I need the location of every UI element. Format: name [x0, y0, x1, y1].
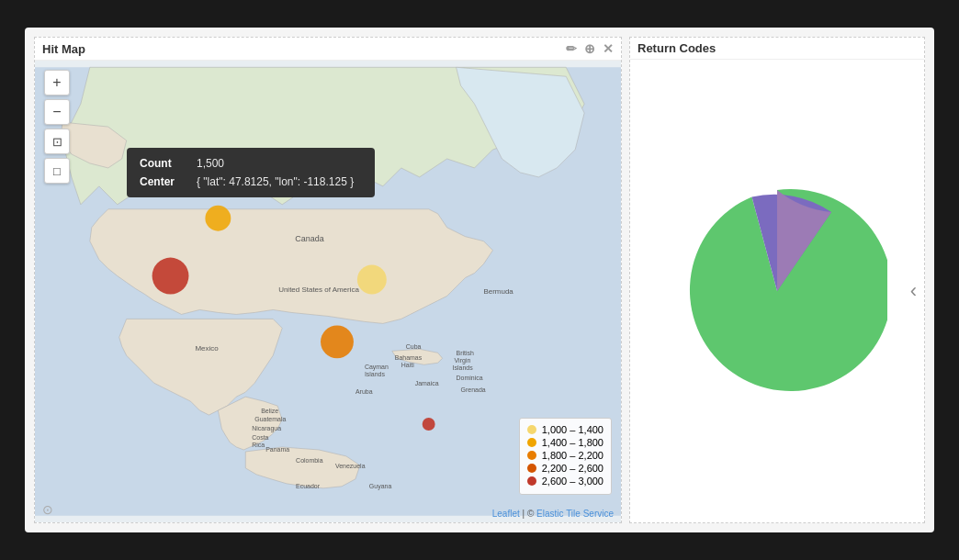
map-tooltip: Count 1,500 Center { "lat": 47.8125, "lo… — [127, 148, 375, 197]
svg-text:Rica: Rica — [252, 442, 265, 448]
legend-item: 1,000 – 1,400 — [527, 424, 604, 435]
svg-text:Canada: Canada — [295, 234, 323, 243]
svg-text:United States of America: United States of America — [278, 286, 359, 294]
map-controls: + − ⊡ □ — [44, 70, 70, 184]
add-icon[interactable]: ⊕ — [584, 41, 595, 56]
tooltip-count-label: Count — [140, 157, 186, 170]
svg-text:Colombia: Colombia — [296, 457, 323, 464]
svg-text:Islands: Islands — [453, 364, 474, 371]
tooltip-center-label: Center — [140, 175, 186, 188]
legend-item: 1,400 – 1,800 — [527, 437, 604, 448]
legend-color — [527, 476, 536, 486]
svg-text:Ecuador: Ecuador — [296, 483, 321, 489]
legend-label: 2,600 – 3,000 — [542, 476, 604, 487]
tooltip-center-value: { "lat": 47.8125, "lon": -118.125 } — [197, 175, 354, 188]
svg-text:Dominica: Dominica — [457, 375, 483, 381]
dashboard-container: Hit Map ✏ ⊕ ✕ — [25, 28, 934, 532]
svg-point-30 — [321, 325, 354, 358]
svg-text:Jamaica: Jamaica — [415, 380, 439, 386]
hit-map-panel: Hit Map ✏ ⊕ ✕ — [34, 37, 622, 523]
map-attribution: Leaflet | © Elastic Tile Service — [492, 509, 614, 519]
svg-text:Grenada: Grenada — [461, 386, 486, 393]
svg-text:Aruba: Aruba — [355, 388, 373, 395]
legend-item: 1,800 – 2,200 — [527, 450, 604, 461]
hit-map-title: Hit Map — [42, 42, 85, 56]
pie-container: ‹ — [630, 60, 924, 522]
map-container[interactable]: Bermuda Canada United States of America … — [35, 61, 621, 522]
svg-text:Bermuda: Bermuda — [483, 287, 513, 296]
svg-text:Nicaragua: Nicaragua — [252, 425, 281, 432]
location-icon: ⊙ — [42, 502, 53, 517]
return-codes-panel: Return Codes ‹ — [629, 37, 925, 523]
svg-point-28 — [152, 258, 189, 295]
svg-text:Belize: Belize — [261, 408, 278, 414]
svg-point-29 — [357, 265, 387, 295]
svg-text:Costa: Costa — [252, 434, 268, 441]
svg-text:Virgin: Virgin — [455, 357, 471, 364]
legend-item: 2,600 – 3,000 — [527, 476, 604, 487]
svg-text:Mexico: Mexico — [195, 344, 219, 353]
close-icon[interactable]: ✕ — [603, 41, 614, 56]
tooltip-count-value: 1,500 — [197, 157, 224, 170]
select-tool-button[interactable]: ⊡ — [44, 129, 70, 154]
svg-point-31 — [423, 418, 435, 431]
zoom-in-button[interactable]: + — [44, 70, 70, 95]
square-tool-button[interactable]: □ — [44, 158, 70, 184]
svg-text:Cayman: Cayman — [365, 364, 389, 371]
attribution-separator: | © — [520, 509, 536, 519]
return-codes-title: Return Codes — [637, 41, 716, 55]
legend-label: 1,000 – 1,400 — [542, 424, 604, 435]
title-icons: ✏ ⊕ ✕ — [566, 41, 614, 56]
pie-chart — [667, 181, 887, 401]
legend-item: 2,200 – 2,600 — [527, 463, 604, 474]
svg-text:Cuba: Cuba — [406, 343, 422, 350]
legend-label: 2,200 – 2,600 — [542, 463, 604, 474]
edit-icon[interactable]: ✏ — [566, 41, 577, 56]
svg-text:Guyana: Guyana — [369, 483, 392, 490]
svg-text:Haiti: Haiti — [401, 362, 414, 368]
legend-color — [527, 438, 536, 447]
svg-text:British: British — [457, 350, 474, 356]
elastic-tile-link[interactable]: Elastic Tile Service — [536, 509, 614, 519]
svg-text:Panama: Panama — [265, 446, 289, 453]
leaflet-link[interactable]: Leaflet — [492, 509, 520, 519]
back-arrow-icon[interactable]: ‹ — [910, 279, 917, 303]
legend-color — [527, 451, 536, 460]
map-legend: 1,000 – 1,4001,400 – 1,8001,800 – 2,2002… — [519, 418, 612, 495]
svg-point-27 — [205, 206, 231, 231]
hit-map-title-bar: Hit Map ✏ ⊕ ✕ — [35, 38, 621, 61]
zoom-out-button[interactable]: − — [44, 99, 70, 125]
svg-text:Guatemala: Guatemala — [254, 416, 286, 422]
return-codes-title-bar: Return Codes — [630, 38, 924, 60]
legend-color — [527, 464, 536, 473]
legend-label: 1,800 – 2,200 — [542, 450, 604, 461]
legend-label: 1,400 – 1,800 — [542, 437, 604, 448]
svg-text:Islands: Islands — [365, 371, 386, 377]
svg-text:Bahamas: Bahamas — [395, 354, 423, 361]
legend-color — [527, 425, 536, 434]
svg-text:Venezuela: Venezuela — [335, 463, 366, 469]
